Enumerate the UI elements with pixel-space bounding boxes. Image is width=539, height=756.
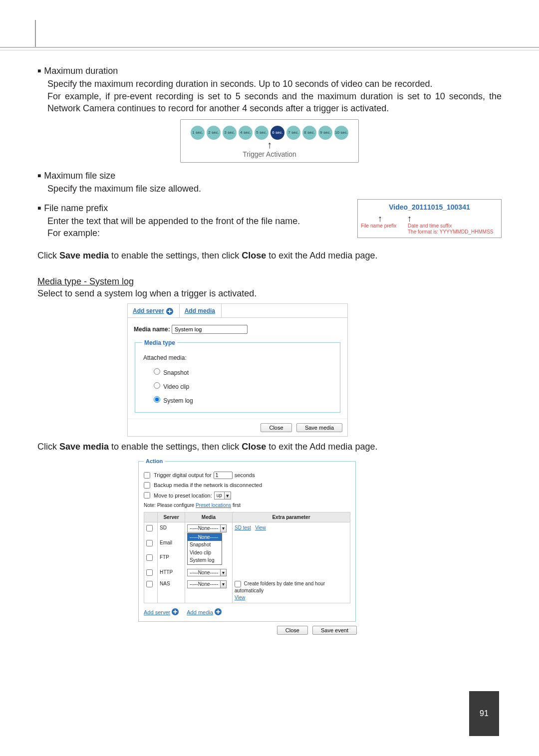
text-max-duration-1: Specify the maximum recording duration i…: [37, 78, 502, 90]
table-row: FTP: [144, 552, 350, 566]
timeline-dot: 5 sec.: [255, 126, 269, 140]
text-system-log: Select to send a system log when a trigg…: [37, 287, 502, 299]
plus-icon: [172, 608, 179, 615]
label-trigger-do-post: seconds: [235, 472, 255, 479]
input-media-name[interactable]: [172, 325, 248, 334]
table-row: SD -----None----- ▾ -----None----- Snaps…: [144, 522, 350, 537]
save-media-button[interactable]: Save media: [296, 423, 342, 432]
select-move-preset[interactable]: up ▾: [214, 492, 231, 500]
timeline-dot: 1 sec.: [191, 126, 205, 140]
up-arrow-icon: ↑: [407, 214, 412, 223]
note-preset-locations: Note: Please configure Preset locations …: [144, 502, 350, 509]
chevron-down-icon: ▾: [220, 569, 226, 576]
label-server-ftp: FTP: [158, 552, 185, 566]
header-rule-2: [0, 50, 539, 50]
dropdown-option-video-clip[interactable]: Video clip: [188, 549, 222, 557]
label-attached-media: Attached media:: [143, 354, 333, 362]
page-number: 91: [469, 691, 499, 736]
dropdown-option-none[interactable]: -----None-----: [188, 533, 222, 541]
heading-file-name-prefix: File name prefix: [44, 202, 108, 214]
filename-label-suffix: Date and time suffix The format is: YYYY…: [408, 223, 494, 236]
select-media-sd[interactable]: -----None----- ▾: [187, 524, 227, 532]
label-server-email: Email: [158, 537, 185, 552]
table-row: Email: [144, 537, 350, 552]
dropdown-option-snapshot[interactable]: Snapshot: [188, 541, 222, 549]
heading-max-duration: Maximum duration: [44, 65, 118, 77]
heading-max-file-size: Maximum file size: [44, 170, 115, 182]
radio-system-log[interactable]: System log: [151, 395, 333, 405]
timeline-dot: 7 sec.: [286, 126, 300, 140]
legend-action: Action: [144, 458, 165, 465]
label-backup: Backup media if the network is disconnec…: [154, 482, 262, 489]
timeline-diagram: 1 sec.2 sec.3 sec.4 sec.5 sec.6 sec.7 se…: [180, 119, 359, 163]
header-rule-1: [0, 47, 539, 48]
text-max-duration-2: For example, if pre-event recording is s…: [37, 90, 502, 115]
timeline-dot: 8 sec.: [302, 126, 316, 140]
checkbox-move-preset[interactable]: [144, 492, 150, 499]
panel-add-media: Add server Add media Media name: Media t…: [127, 303, 348, 436]
filename-sample: Video_20111015_100341: [361, 203, 498, 212]
table-row: HTTP -----None----- ▾: [144, 567, 350, 579]
instruction-save-media-2: Click Save media to enable the settings,…: [37, 441, 502, 453]
bullet-max-duration: ■ Maximum duration: [37, 65, 502, 77]
legend-media-type: Media type: [142, 339, 177, 347]
chevron-down-icon: ▾: [220, 525, 226, 532]
bullet-icon: ■: [37, 172, 41, 184]
checkbox-trigger-do[interactable]: [144, 472, 150, 479]
checkbox-server-http[interactable]: [146, 569, 153, 576]
checkbox-server-email[interactable]: [146, 540, 153, 546]
chevron-down-icon: ▾: [224, 492, 231, 500]
close-button[interactable]: Close: [261, 423, 291, 432]
timeline-dot: 3 sec.: [223, 126, 237, 140]
link-add-media[interactable]: Add media: [187, 608, 222, 616]
checkbox-create-folders[interactable]: [235, 581, 241, 587]
dropdown-option-system-log[interactable]: System log: [188, 556, 222, 564]
radio-video-clip[interactable]: Video clip: [151, 381, 333, 391]
chevron-down-icon: ▾: [220, 581, 226, 588]
up-arrow-icon: ↑: [378, 214, 382, 223]
radio-snapshot[interactable]: Snapshot: [151, 367, 333, 377]
input-trigger-seconds[interactable]: [214, 472, 233, 479]
label-server-nas: NAS: [158, 578, 185, 603]
select-media-nas[interactable]: -----None----- ▾: [187, 580, 227, 588]
label-server-http: HTTP: [158, 567, 185, 579]
checkbox-server-ftp[interactable]: [146, 554, 153, 561]
filename-example-box: Video_20111015_100341 ↑ ↑ File name pref…: [357, 199, 502, 238]
panel-action: Action Trigger digital output for second…: [137, 458, 357, 635]
label-create-folders: Create folders by date time and hour aut…: [235, 581, 325, 593]
checkbox-server-sd[interactable]: [146, 525, 153, 531]
label-server-sd: SD: [158, 522, 185, 537]
timeline-dot: 9 sec.: [318, 126, 332, 140]
link-nas-view[interactable]: View: [235, 595, 246, 600]
timeline-dot: 2 sec.: [207, 126, 221, 140]
checkbox-server-nas[interactable]: [146, 581, 153, 587]
text-max-file-size: Specify the maximum file size allowed.: [37, 183, 502, 195]
bullet-icon: ■: [37, 204, 41, 216]
link-sd-test[interactable]: SD test: [235, 525, 251, 530]
th-server: Server: [158, 512, 185, 522]
label-move-preset: Move to preset location:: [154, 492, 212, 500]
timeline-dot: 4 sec.: [239, 126, 253, 140]
label-trigger-do-pre: Trigger digital output for: [154, 472, 212, 479]
save-event-button[interactable]: Save event: [312, 626, 357, 635]
link-sd-view[interactable]: View: [255, 525, 266, 530]
link-preset-locations[interactable]: Preset locations: [196, 503, 231, 508]
select-media-http[interactable]: -----None----- ▾: [187, 569, 227, 577]
filename-label-prefix: File name prefix: [361, 223, 401, 236]
bullet-file-name-prefix: ■ File name prefix: [37, 202, 351, 214]
tab-add-server[interactable]: Add server: [128, 304, 180, 317]
heading-media-type-system-log: Media type - System log: [37, 275, 502, 287]
fieldset-action: Action Trigger digital output for second…: [138, 458, 356, 622]
instruction-save-media-1: Click Save media to enable the settings,…: [37, 250, 502, 261]
link-add-server[interactable]: Add server: [144, 608, 179, 616]
bullet-max-file-size: ■ Maximum file size: [37, 170, 502, 182]
dropdown-media-open: -----None----- Snapshot Video clip Syste…: [187, 533, 222, 565]
label-media-name: Media name:: [134, 326, 170, 333]
timeline-arrow-icon: ↑: [185, 140, 354, 150]
close-button[interactable]: Close: [277, 626, 308, 635]
timeline-dot: 6 sec.: [270, 126, 284, 140]
tab-add-media[interactable]: Add media: [180, 304, 222, 317]
timeline-dot: 10 sec.: [334, 126, 348, 140]
bullet-icon: ■: [37, 67, 41, 79]
checkbox-backup[interactable]: [144, 482, 150, 489]
